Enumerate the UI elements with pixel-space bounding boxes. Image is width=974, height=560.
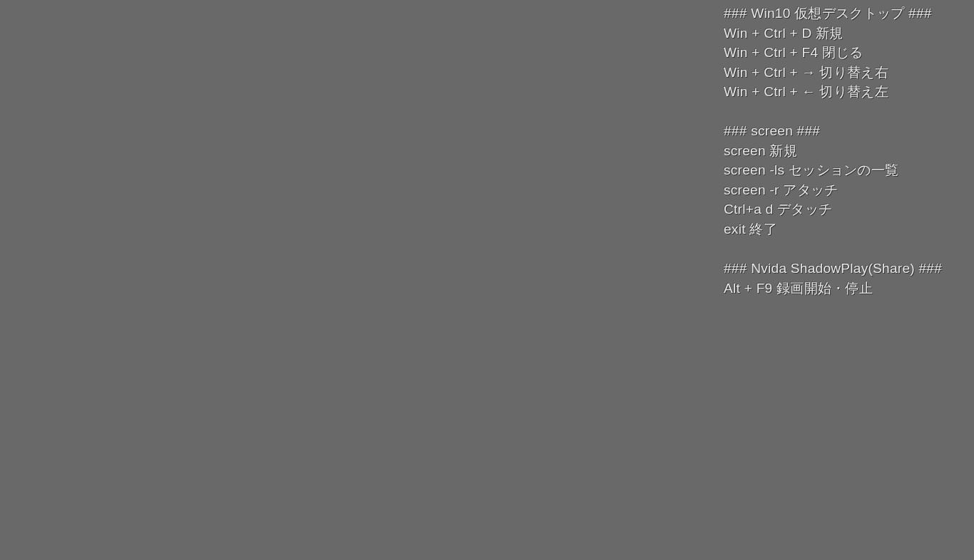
cheatsheet-overlay: ### Win10 仮想デスクトップ ### Win + Ctrl + D 新規…: [724, 4, 942, 298]
